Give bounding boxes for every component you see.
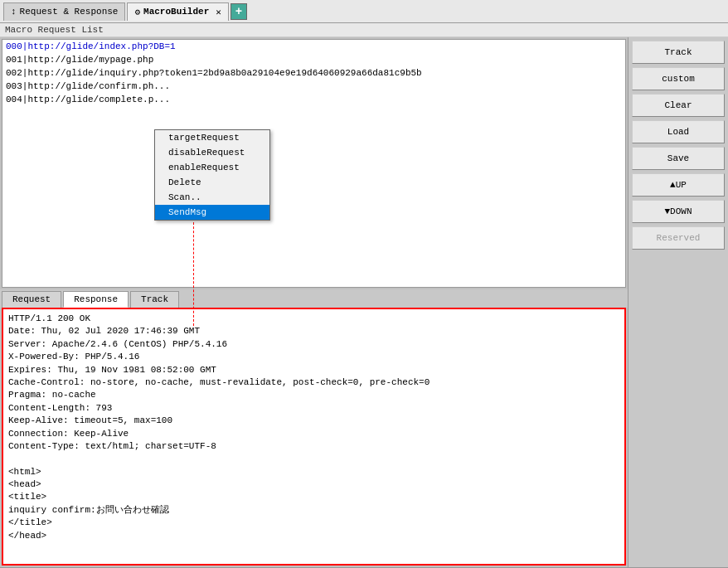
tab-icon: ↕ [11,7,17,17]
list-item[interactable]: 004|http://glide/complete.p... [2,93,625,106]
title-bar: ↕ Request & Response ⚙ MacroBuilder ✕ + [0,0,728,23]
save-button[interactable]: Save [632,147,725,170]
down-button[interactable]: ▼DOWN [632,200,725,223]
load-button[interactable]: Load [632,120,725,143]
tab-track[interactable]: Track [130,291,179,308]
tab-request[interactable]: Request [2,291,61,308]
tab-response[interactable]: Response [63,291,129,308]
tab-icon: ⚙ [134,7,140,17]
context-menu-item-enablerequest[interactable]: enableRequest [155,160,269,175]
context-menu-item-scan[interactable]: Scan.. [155,190,269,205]
context-menu-item-disablerequest[interactable]: disableRequest [155,145,269,160]
context-menu: targetRequest disableRequest enableReque… [154,129,270,221]
list-item[interactable]: 003|http://glide/confirm.ph... [2,80,625,93]
custom-button[interactable]: custom [632,67,725,90]
tab-label: MacroBuilder [143,7,209,17]
context-menu-item-targetrequest[interactable]: targetRequest [155,130,269,145]
inner-tabs-bar: Request Response Track [0,289,628,308]
tab-label: Request & Response [20,7,119,17]
list-item[interactable]: 001|http://glide/mypage.php [2,53,625,66]
macro-label: Macro Request List [0,23,728,37]
request-list[interactable]: 000|http://glide/index.php?DB=1 001|http… [2,39,626,288]
track-button[interactable]: Track [632,41,725,64]
left-panel: 000|http://glide/index.php?DB=1 001|http… [0,37,629,567]
list-item[interactable]: 002|http://glide/inquiry.php?token1=2bd9… [2,66,625,80]
main-area: 000|http://glide/index.php?DB=1 001|http… [0,37,728,567]
clear-button[interactable]: Clear [632,94,725,117]
list-item[interactable]: 000|http://glide/index.php?DB=1 [2,40,625,53]
tab-macrobuilder[interactable]: ⚙ MacroBuilder ✕ [127,2,228,21]
context-menu-item-delete[interactable]: Delete [155,175,269,190]
add-tab-button[interactable]: + [231,3,247,20]
bottom-section: Request Response Track HTTP/1.1 200 OK D… [0,289,628,567]
context-menu-item-sendmsg[interactable]: SendMsg [155,205,269,220]
reserved-button[interactable]: Reserved [632,226,725,250]
response-content[interactable]: HTTP/1.1 200 OK Date: Thu, 02 Jul 2020 1… [2,308,626,566]
tab-request-response[interactable]: ↕ Request & Response [3,2,125,21]
right-panel: Track custom Clear Load Save ▲UP ▼DOWN R… [629,37,728,567]
tab-close-icon[interactable]: ✕ [216,7,221,17]
up-button[interactable]: ▲UP [632,173,725,197]
